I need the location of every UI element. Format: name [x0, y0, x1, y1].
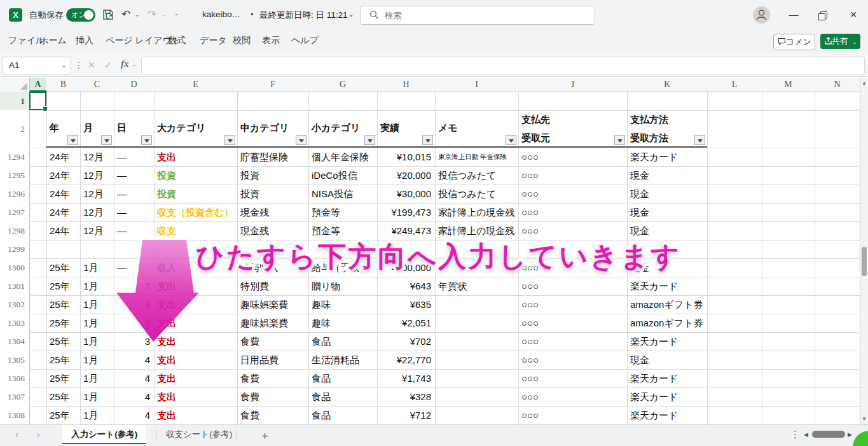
cell[interactable]: 24年 — [46, 148, 80, 166]
cell[interactable]: 25年 — [46, 351, 80, 369]
tab-formulas[interactable]: 数式 — [168, 35, 186, 46]
cell[interactable]: 食品 — [308, 332, 377, 351]
filter-dropdown-icon[interactable] — [364, 135, 375, 145]
cell[interactable]: 12月 — [80, 203, 114, 221]
filter-dropdown-icon[interactable] — [422, 135, 433, 145]
scroll-up-icon[interactable]: ▲ — [860, 80, 868, 86]
minimize-button[interactable]: — — [779, 0, 808, 29]
row-header-2[interactable]: 2 — [0, 110, 29, 148]
cell[interactable]: 支出 — [154, 406, 237, 424]
cell[interactable]: 投信つみたて — [435, 166, 518, 185]
cell[interactable]: ¥712 — [377, 406, 435, 424]
cell[interactable] — [46, 240, 80, 258]
cell[interactable]: 投資 — [237, 185, 308, 203]
filter-dropdown-icon[interactable] — [694, 135, 705, 145]
header-month[interactable]: 月 — [80, 110, 114, 148]
row-header-1300[interactable]: 1300 — [0, 258, 29, 277]
row-header-1303[interactable]: 1303 — [0, 314, 29, 332]
cell[interactable]: ○○○ — [518, 387, 627, 406]
save-icon[interactable] — [102, 8, 114, 21]
cell[interactable]: 楽天カード — [627, 406, 707, 424]
row-header-1297[interactable]: 1297 — [0, 203, 29, 221]
sheet-prev-icon[interactable]: ‹ — [15, 429, 18, 440]
cell[interactable] — [435, 314, 518, 332]
cell[interactable]: ¥20,000 — [377, 166, 435, 185]
cell[interactable]: ― — [114, 166, 154, 185]
cell[interactable]: 楽天カード — [627, 369, 707, 387]
cell[interactable]: NISA投信 — [308, 185, 377, 203]
undo-dropdown-icon[interactable]: ⌄ — [135, 11, 140, 18]
cell[interactable]: ○○○ — [518, 166, 627, 185]
row-header-1[interactable]: 1 — [0, 92, 29, 110]
cell[interactable]: 25年 — [46, 406, 80, 424]
header-method[interactable]: 支払方法受取方法 — [627, 110, 707, 148]
row-header-1295[interactable]: 1295 — [0, 166, 29, 185]
cell[interactable]: 1月 — [80, 258, 114, 277]
cell[interactable]: ○○○ — [518, 295, 627, 314]
row-header-1307[interactable]: 1307 — [0, 387, 29, 406]
cell[interactable]: 12月 — [80, 221, 114, 240]
cell[interactable]: ― — [114, 221, 154, 240]
restore-button[interactable] — [809, 0, 838, 29]
cell[interactable]: 1月 — [80, 351, 114, 369]
share-button[interactable]: 共有 ⌄ — [820, 34, 860, 49]
cell[interactable]: 年賀状 — [435, 277, 518, 295]
cell[interactable]: 趣味 — [308, 295, 377, 314]
cell[interactable]: 趣味 — [308, 314, 377, 332]
row-header-1308[interactable]: 1308 — [0, 406, 29, 424]
title-dropdown-icon[interactable]: ⌄ — [348, 11, 354, 18]
sheet-next-icon[interactable]: › — [37, 429, 40, 440]
last-updated-label[interactable]: 最終更新日時: 日 11:21 — [259, 10, 348, 21]
cell[interactable]: 24年 — [46, 221, 80, 240]
cell[interactable]: 現金 — [627, 166, 707, 185]
header-year[interactable]: 年 — [46, 110, 80, 148]
add-sheet-icon[interactable]: ＋ — [259, 428, 270, 443]
cell[interactable]: 25年 — [46, 295, 80, 314]
cell[interactable]: ○○○ — [518, 351, 627, 369]
cell[interactable]: 1月 — [80, 277, 114, 295]
cell[interactable]: 支出 — [154, 351, 237, 369]
cell[interactable]: 4 — [114, 406, 154, 424]
header-payee[interactable]: 支払先受取元 — [518, 110, 627, 148]
filter-dropdown-icon[interactable] — [506, 135, 516, 145]
quick-access-more-icon[interactable]: ⌄ — [174, 10, 179, 17]
cell[interactable]: 現金 — [627, 351, 707, 369]
filter-dropdown-icon[interactable] — [614, 135, 625, 145]
cell[interactable]: ○○○ — [518, 277, 627, 295]
cell[interactable]: 3 — [114, 332, 154, 351]
cell[interactable]: 24年 — [46, 185, 80, 203]
insert-function-icon[interactable]: fx — [121, 59, 129, 69]
cell[interactable]: ― — [114, 185, 154, 203]
cell[interactable]: 生活消耗品 — [308, 351, 377, 369]
cell[interactable]: 東京海上日動 年金保険 — [435, 148, 518, 166]
header-cat-major[interactable]: 大カテゴリ — [154, 110, 237, 148]
cell[interactable] — [435, 351, 518, 369]
cell[interactable]: 預金等 — [308, 221, 377, 240]
cell[interactable]: 収支 — [154, 221, 237, 240]
account-avatar-icon[interactable] — [753, 6, 770, 24]
cell[interactable]: 現金 — [627, 221, 707, 240]
name-box[interactable]: A1 ⌄ — [3, 57, 71, 74]
name-box-dropdown-icon[interactable]: ⌄ — [61, 62, 66, 69]
cell[interactable]: 25年 — [46, 258, 80, 277]
cell[interactable]: 4 — [114, 351, 154, 369]
cell[interactable]: ― — [114, 203, 154, 221]
cell[interactable]: 食品 — [308, 369, 377, 387]
row-header-1299[interactable]: 1299 — [0, 240, 29, 258]
header-cat-minor[interactable]: 小カテゴリ — [308, 110, 377, 148]
cell[interactable]: 趣味娯楽費 — [237, 314, 308, 332]
cell[interactable]: 食費 — [237, 332, 308, 351]
horizontal-scroll-thumb[interactable] — [812, 431, 845, 438]
cell[interactable]: 25年 — [46, 387, 80, 406]
column-header-G[interactable]: G — [308, 78, 377, 92]
cell[interactable]: ¥643 — [377, 277, 435, 295]
cell[interactable]: ¥199,473 — [377, 203, 435, 221]
document-title[interactable]: kakeibo… — [202, 10, 240, 19]
row-header-1296[interactable]: 1296 — [0, 185, 29, 203]
column-header-J[interactable]: J — [518, 78, 627, 92]
header-cat-mid[interactable]: 中カテゴリ — [237, 110, 308, 148]
column-header-N[interactable]: N — [815, 78, 860, 92]
hscroll-right-icon[interactable]: ▶ — [848, 431, 852, 438]
header-day[interactable]: 日 — [114, 110, 154, 148]
column-header-C[interactable]: C — [80, 78, 114, 92]
